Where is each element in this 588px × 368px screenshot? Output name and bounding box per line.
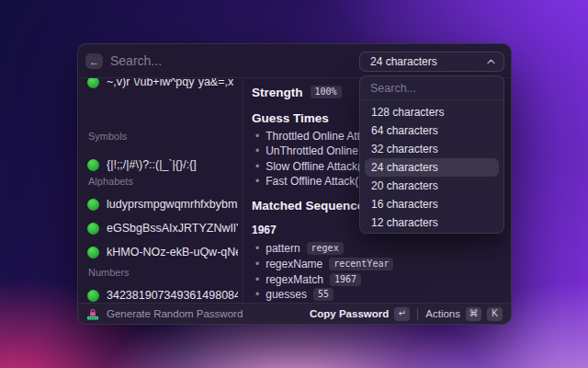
password-text: eGSbgBssAIxJRTYZNwIlYUYN — [107, 222, 238, 235]
footer-bar: Generate Random Password Copy Password ↵… — [78, 303, 511, 324]
back-button[interactable]: ← — [85, 53, 103, 69]
password-text: ~,v)r`\/ub+iw^pqy`ya&=,x — [107, 78, 233, 88]
dropdown-option-32[interactable]: 32 characters — [365, 140, 499, 158]
section-label-numbers: Numbers — [88, 267, 130, 280]
strength-heading: Strength — [252, 86, 303, 99]
strength-value-badge: 100% — [311, 86, 342, 98]
property-value-badge: 55 — [313, 288, 334, 301]
dropdown-option-20[interactable]: 20 characters — [365, 177, 499, 195]
list-item[interactable]: kHMO-NOz-ekB-uQw-qNe-YGK — [82, 241, 238, 263]
command-title: Generate Random Password — [107, 308, 302, 319]
bullet-dot: • — [255, 161, 259, 172]
password-item-icon — [87, 199, 99, 211]
list-item[interactable]: ~,v)r`\/ub+iw^pqy`ya&=,x — [82, 78, 238, 93]
dropdown-option-16[interactable]: 16 characters — [365, 195, 499, 213]
bullet-dot: • — [255, 274, 259, 285]
header: ← 24 characters — [78, 44, 511, 78]
command-palette-window: ← 24 characters ~,v)r`\/ub+iw^pqy`ya&=,x… — [77, 43, 512, 325]
password-text: {|!;;/|#\)?::(|_`|{}/:{] — [107, 158, 197, 171]
password-item-icon — [87, 223, 99, 235]
length-dropdown-panel: 128 characters 64 characters 32 characte… — [359, 75, 504, 234]
sequence-title: 1967 — [252, 224, 277, 238]
actions-button[interactable]: Actions ⌘ K — [425, 307, 503, 321]
property-label: regexName — [266, 258, 322, 270]
chevron-up-icon — [487, 59, 495, 64]
back-arrow-icon: ← — [89, 56, 99, 67]
property-value-badge: regex — [307, 242, 344, 255]
k-key-badge: K — [487, 307, 503, 321]
bullet-dot: • — [255, 131, 259, 142]
bullet-dot: • — [255, 145, 259, 156]
dropdown-search-input[interactable] — [360, 76, 503, 100]
actions-label: Actions — [425, 308, 460, 319]
list-item[interactable]: eGSbgBssAIxJRTYZNwIlYUYN — [82, 217, 238, 239]
bullet-dot: • — [255, 176, 259, 187]
bullet-dot: • — [255, 243, 259, 254]
footer-divider — [417, 308, 418, 319]
length-select-value: 24 characters — [370, 55, 487, 68]
dropdown-option-128[interactable]: 128 characters — [365, 103, 499, 121]
property-value-badge: 1967 — [330, 273, 361, 286]
property-label: pattern — [266, 242, 300, 255]
bullet-dot: • — [255, 259, 259, 270]
password-item-icon — [87, 78, 99, 88]
password-item-icon — [87, 290, 99, 302]
list-item[interactable]: {|!;;/|#\)?::(|_`|{}/:{] — [82, 154, 238, 176]
password-item-icon — [87, 159, 99, 171]
property-label: guesses — [266, 288, 307, 301]
copy-password-label: Copy Password — [310, 308, 389, 319]
copy-password-button[interactable]: Copy Password ↵ — [310, 307, 410, 321]
desktop-background: ← 24 characters ~,v)r`\/ub+iw^pqy`ya&=,x… — [0, 0, 588, 368]
return-key-badge: ↵ — [394, 307, 410, 321]
property-label: regexMatch — [266, 273, 323, 286]
dropdown-options: 128 characters 64 characters 32 characte… — [360, 100, 503, 234]
command-key-badge: ⌘ — [466, 307, 481, 321]
password-text: ludyprsmpgwqmrhfxbybmbtz — [107, 198, 238, 211]
list-item[interactable]: ludyprsmpgwqmrhfxbybmbtz — [82, 193, 238, 215]
section-label-symbols: Symbols — [88, 131, 127, 144]
dropdown-option-24[interactable]: 24 characters — [365, 158, 499, 177]
dropdown-option-12[interactable]: 12 characters — [365, 213, 499, 232]
length-select-button[interactable]: 24 characters — [359, 52, 504, 72]
password-text: kHMO-NOz-ekB-uQw-qNe-YGK — [107, 246, 238, 259]
list-item[interactable]: 342381907349361498084378 — [82, 284, 238, 305]
section-label-alphabets: Alphabets — [88, 176, 133, 189]
dropdown-option-64[interactable]: 64 characters — [365, 121, 499, 140]
bullet-dot: • — [255, 289, 259, 300]
password-item-icon — [87, 247, 99, 259]
password-text: 342381907349361498084378 — [107, 289, 238, 302]
property-value-badge: recentYear — [329, 258, 393, 270]
guess-times-heading: Guess Times — [252, 111, 329, 125]
password-extension-icon — [86, 307, 99, 320]
search-input[interactable] — [110, 44, 340, 77]
password-list: ~,v)r`\/ub+iw^pqy`ya&=,x Symbols {|!;;/|… — [78, 78, 243, 305]
